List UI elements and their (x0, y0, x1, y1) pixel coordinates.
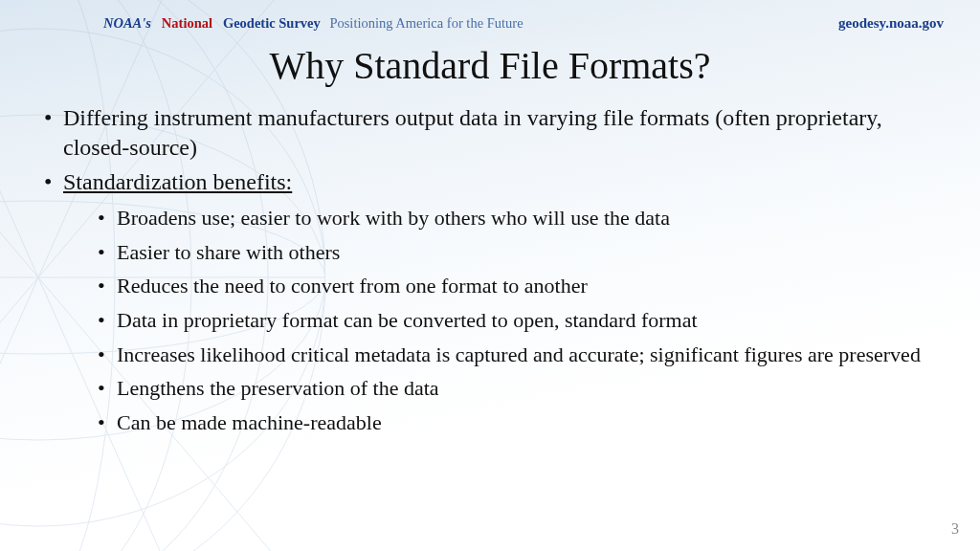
slide-header: NOAA's National Geodetic Survey Position… (0, 0, 980, 32)
ngs-geodetic-survey: Geodetic Survey (223, 15, 321, 31)
bullet-top-1: Differing instrument manufacturers outpu… (42, 103, 938, 162)
bullet-sub: Data in proprietary format can be conver… (63, 307, 938, 335)
bullet-top-2: Standardization benefits: Broadens use; … (42, 167, 938, 436)
bullet-sub: Easier to share with others (63, 239, 938, 267)
slide-body: Differing instrument manufacturers outpu… (0, 88, 980, 436)
bullet-sub: Lengthens the preservation of the data (63, 375, 938, 403)
site-url: geodesy.noaa.gov (838, 15, 944, 32)
bullet-sub: Broadens use; easier to work with by oth… (63, 205, 938, 232)
bullet-sub: Increases likelihood critical metadata i… (63, 342, 938, 369)
header-left: NOAA's National Geodetic Survey Position… (103, 15, 523, 32)
noaa-label: NOAA's (103, 15, 151, 31)
ngs-national: National (162, 15, 212, 31)
page-number: 3 (951, 520, 959, 538)
slide-title: Why Standard File Formats? (0, 43, 980, 88)
bullet-sub: Can be made machine-readable (63, 409, 938, 437)
benefits-label: Standardization benefits: (63, 169, 292, 194)
bullet-sub: Reduces the need to convert from one for… (63, 273, 938, 300)
tagline: Positioning America for the Future (329, 15, 523, 31)
